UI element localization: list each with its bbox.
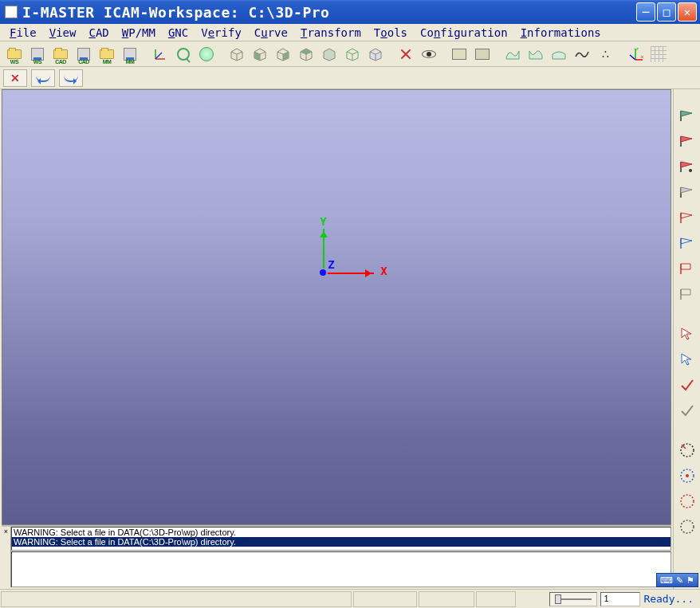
- surface-1-button[interactable]: [501, 44, 524, 65]
- menu-cad[interactable]: CAD: [82, 25, 115, 41]
- log-line: WARNING: Select a file in DATA(C:\3D-Pro…: [12, 528, 671, 537]
- svg-line-2: [155, 53, 162, 59]
- app-icon: [5, 6, 18, 18]
- cube-view-1[interactable]: [226, 44, 248, 65]
- status-panel-3: [419, 591, 474, 607]
- open-mm-button[interactable]: MM: [96, 44, 118, 65]
- dotted-circle-cursor[interactable]: [677, 440, 698, 461]
- 3d-viewport[interactable]: X Y Z: [2, 89, 671, 525]
- arrow-cursor-red[interactable]: [677, 324, 698, 344]
- status-value[interactable]: 1: [600, 592, 640, 606]
- menu-wpmm[interactable]: WP/MM: [116, 25, 162, 41]
- cube-view-2[interactable]: [249, 44, 271, 65]
- y-axis-label: Y: [320, 215, 326, 228]
- cancel-x-button[interactable]: ✕: [3, 69, 27, 87]
- svg-point-8: [689, 169, 692, 172]
- menu-curve[interactable]: Curve: [248, 25, 294, 41]
- cube-view-6[interactable]: [341, 44, 364, 65]
- status-panel-2: [353, 591, 417, 607]
- arrow-check-red[interactable]: [677, 375, 698, 395]
- status-panel-1: [1, 591, 352, 607]
- svg-text:x: x: [641, 54, 643, 59]
- flag-tool-3[interactable]: [677, 156, 698, 177]
- flag-tool-5[interactable]: [677, 207, 698, 228]
- status-panel-4: [476, 591, 516, 607]
- open-ws-button[interactable]: WS: [3, 44, 26, 65]
- cube-view-7[interactable]: [364, 44, 387, 65]
- grid-button[interactable]: [647, 44, 670, 65]
- z-axis-label: Z: [328, 258, 334, 271]
- zoom-button[interactable]: [172, 44, 195, 65]
- menu-transform[interactable]: Transform: [294, 25, 368, 41]
- flag-tool-7[interactable]: [677, 258, 698, 279]
- title-bar: I-MASTER ICAM-Workspace: C:\3D-Pro ─ □ ✕: [0, 0, 700, 24]
- dotted-circle-gray[interactable]: [677, 516, 698, 537]
- arrow-check-gray[interactable]: [677, 400, 698, 421]
- status-slider[interactable]: [549, 592, 597, 606]
- right-toolbar: [673, 89, 700, 589]
- x-axis-icon: [328, 273, 374, 274]
- minimize-button[interactable]: ─: [636, 2, 655, 22]
- rect-2-button[interactable]: [471, 44, 494, 65]
- pencil-icon[interactable]: ✎: [676, 575, 683, 586]
- open-cad-button[interactable]: CAD: [49, 44, 72, 65]
- redo-button[interactable]: [59, 69, 83, 87]
- menu-file[interactable]: File: [3, 25, 43, 41]
- mini-toolbar: ⌨ ✎ ⚑: [656, 573, 698, 587]
- cube-view-3[interactable]: [272, 44, 294, 65]
- message-log[interactable]: WARNING: Select a file in DATA(C:\3D-Pro…: [11, 527, 671, 551]
- svg-point-13: [681, 520, 694, 533]
- command-input[interactable]: [11, 551, 671, 587]
- flag-tool-1[interactable]: [677, 105, 698, 126]
- menu-bar: File View CAD WP/MM GNC Verify Curve Tra…: [0, 24, 700, 41]
- eye-view-button[interactable]: [418, 44, 440, 65]
- cube-view-4[interactable]: [295, 44, 317, 65]
- svg-point-12: [681, 495, 694, 508]
- close-button[interactable]: ✕: [678, 2, 697, 22]
- xyz-axis-button[interactable]: xz: [624, 44, 647, 65]
- dotted-circle-blue[interactable]: [677, 465, 698, 486]
- menu-informations[interactable]: Informations: [514, 25, 608, 41]
- output-close-button[interactable]: ×: [2, 527, 11, 587]
- save-cad-button[interactable]: CAD: [73, 44, 95, 65]
- axis-gizmo: X Y Z: [323, 273, 324, 273]
- rect-1-button[interactable]: [448, 44, 470, 65]
- keyboard-icon[interactable]: ⌨: [660, 575, 673, 586]
- y-axis-icon: [323, 229, 324, 269]
- status-bar: 1 Ready...: [0, 589, 700, 608]
- cube-view-5[interactable]: [318, 44, 340, 65]
- svg-line-5: [630, 55, 635, 60]
- flag-icon[interactable]: ⚑: [686, 575, 694, 586]
- menu-verify[interactable]: Verify: [195, 25, 248, 41]
- svg-point-11: [686, 474, 689, 477]
- undo-button[interactable]: [31, 69, 55, 87]
- x-axis-label: X: [380, 265, 387, 277]
- window-title: I-MASTER ICAM-Workspace: C:\3D-Pro: [22, 4, 636, 21]
- surface-2-button[interactable]: [525, 44, 547, 65]
- output-panel: × WARNING: Select a file in DATA(C:\3D-P…: [2, 525, 671, 587]
- menu-tools[interactable]: Tools: [368, 25, 414, 41]
- curve-button[interactable]: [571, 44, 593, 65]
- globe-button[interactable]: [195, 44, 218, 65]
- flag-tool-2[interactable]: [677, 131, 698, 151]
- secondary-toolbar: ✕: [0, 67, 700, 89]
- svg-text:z: z: [636, 46, 639, 51]
- flag-tool-8[interactable]: [677, 284, 698, 304]
- menu-view[interactable]: View: [43, 25, 83, 41]
- menu-gnc[interactable]: GNC: [162, 25, 195, 41]
- delete-x-button[interactable]: [395, 44, 417, 65]
- save-mm-button[interactable]: MM: [119, 44, 141, 65]
- save-ws-button[interactable]: WS: [26, 44, 49, 65]
- menu-configuration[interactable]: Configuration: [414, 25, 514, 41]
- dotted-circle-red[interactable]: [677, 491, 698, 512]
- main-toolbar: WS WS CAD CAD MM MM ∴ xz: [0, 41, 700, 67]
- arrow-cursor-blue[interactable]: [677, 349, 698, 370]
- maximize-button[interactable]: □: [657, 2, 676, 22]
- origin-axis-button[interactable]: [149, 44, 171, 65]
- surface-3-button[interactable]: [548, 44, 570, 65]
- status-ready-label: Ready...: [643, 593, 694, 605]
- flag-tool-4[interactable]: [677, 182, 698, 202]
- flag-tool-6[interactable]: [677, 233, 698, 253]
- points-button[interactable]: ∴: [594, 44, 616, 65]
- log-line-selected: WARNING: Select a file in DATA(C:\3D-Pro…: [12, 537, 671, 547]
